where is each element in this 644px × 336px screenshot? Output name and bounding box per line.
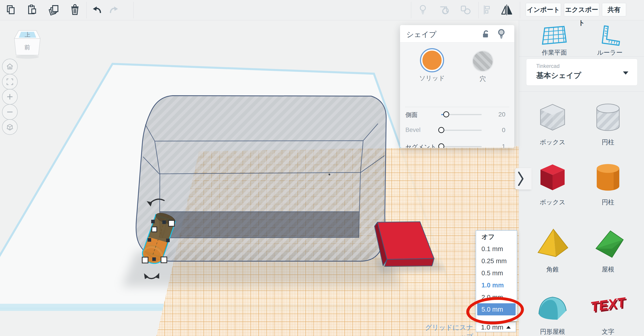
inspector-title: シェイプ bbox=[406, 30, 436, 40]
perspective-toggle-button[interactable] bbox=[2, 119, 18, 135]
chevron-right-icon bbox=[517, 171, 524, 187]
bevel-value: 0 bbox=[502, 126, 505, 134]
midpoint-dot bbox=[328, 174, 330, 176]
ruler-tool[interactable]: ルーラー bbox=[585, 24, 634, 57]
snap-option-off[interactable]: オフ bbox=[476, 231, 517, 243]
export-button[interactable]: エクスポート bbox=[564, 3, 599, 16]
bevel-label: Bevel bbox=[406, 126, 420, 133]
undo-icon bbox=[92, 4, 103, 16]
redo-icon bbox=[108, 4, 120, 16]
snap-option-2-0[interactable]: 2.0 mm bbox=[476, 291, 517, 303]
shape-tile-roof[interactable]: 屋根 bbox=[584, 224, 632, 274]
ortho-cube-icon bbox=[6, 123, 14, 131]
snap-option-0-25[interactable]: 0.25 mm bbox=[476, 255, 517, 267]
sides-slider[interactable] bbox=[441, 114, 482, 115]
sides-slider-row: 側面 20 bbox=[400, 109, 514, 121]
tinkercad-editor: { "toolbar": { "import_label": "インポート", … bbox=[0, 0, 644, 336]
shape-label: 文字 bbox=[584, 327, 632, 336]
group-button[interactable] bbox=[437, 3, 451, 17]
workplane-icon bbox=[541, 24, 568, 48]
solid-label: ソリッド bbox=[418, 74, 446, 82]
redo-button[interactable] bbox=[106, 3, 121, 17]
divider bbox=[405, 107, 510, 107]
snap-grid-dropdown: オフ 0.1 mm 0.25 mm 0.5 mm 1.0 mm 2.0 mm 5… bbox=[476, 230, 517, 321]
duplicate-icon bbox=[48, 4, 60, 16]
align-button[interactable] bbox=[480, 3, 494, 17]
fit-view-button[interactable] bbox=[2, 74, 18, 90]
caret-up-icon bbox=[506, 326, 511, 328]
copy-icon bbox=[5, 4, 16, 16]
shape-tile-cylinder[interactable]: 円柱 bbox=[584, 156, 632, 207]
hole-swatch[interactable] bbox=[472, 50, 494, 72]
lightbulb-icon[interactable] bbox=[496, 28, 506, 39]
shape-tile-box-hole[interactable]: ボックス bbox=[528, 96, 577, 146]
shape-label: 円柱 bbox=[584, 198, 632, 207]
show-all-button[interactable] bbox=[416, 3, 430, 17]
bevel-slider[interactable] bbox=[441, 130, 482, 131]
home-view-button[interactable] bbox=[2, 59, 18, 74]
copy-button[interactable] bbox=[4, 3, 18, 17]
shape-tile-pyramid[interactable]: 角錐 bbox=[528, 224, 577, 274]
shape-label: ボックス bbox=[528, 198, 577, 207]
solid-material-option[interactable]: ソリッド bbox=[418, 49, 446, 82]
inspector-header: シェイプ bbox=[400, 25, 514, 43]
sidebar-collapse-tab[interactable] bbox=[515, 168, 532, 190]
segments-slider-row: セグメント 1 bbox=[400, 141, 514, 148]
shape-tile-box[interactable]: ボックス bbox=[528, 156, 577, 207]
bevel-slider-row: Bevel 0 bbox=[400, 124, 514, 137]
mirror-button[interactable] bbox=[498, 3, 515, 17]
delete-button[interactable] bbox=[68, 3, 82, 17]
hole-material-option[interactable]: 穴 bbox=[468, 49, 497, 83]
home-icon bbox=[6, 63, 14, 70]
shape-label: 円形屋根 bbox=[528, 327, 577, 336]
paste-icon bbox=[26, 4, 38, 16]
snap-option-0-1[interactable]: 0.1 mm bbox=[476, 243, 517, 255]
shape-tile-round-roof[interactable]: 円形屋根 bbox=[528, 286, 577, 336]
fit-view-icon bbox=[6, 78, 14, 86]
snap-option-1-0[interactable]: 1.0 mm bbox=[476, 279, 517, 291]
sides-value: 20 bbox=[498, 111, 505, 118]
solid-swatch[interactable] bbox=[421, 49, 443, 71]
zoom-in-button[interactable] bbox=[2, 89, 18, 105]
zoom-out-button[interactable] bbox=[2, 104, 18, 120]
plus-icon bbox=[6, 93, 14, 101]
shape-tile-cylinder-hole[interactable]: 円柱 bbox=[584, 96, 632, 146]
unlock-icon[interactable] bbox=[481, 29, 491, 39]
shape-label: 円柱 bbox=[584, 138, 632, 146]
view-cube[interactable]: 上 前 bbox=[11, 29, 45, 62]
segments-label: セグメント bbox=[406, 143, 436, 148]
trash-icon bbox=[69, 4, 81, 16]
snap-option-0-5[interactable]: 0.5 mm bbox=[476, 267, 517, 279]
sides-slider-handle[interactable] bbox=[443, 111, 449, 117]
inspector-body: ソリッド 穴 側面 20 Bevel 0 セグメント bbox=[400, 43, 514, 148]
bevel-slider-handle[interactable] bbox=[438, 127, 444, 133]
chevron-down-icon bbox=[623, 71, 628, 75]
ruler-icon bbox=[596, 24, 623, 48]
cavity-slot bbox=[160, 212, 359, 238]
duplicate-button[interactable] bbox=[47, 3, 61, 17]
minus-icon bbox=[6, 108, 14, 116]
undo-button[interactable] bbox=[90, 3, 104, 17]
share-button[interactable]: 共有 bbox=[602, 3, 626, 16]
workplane-tool-label: 作業平面 bbox=[530, 48, 579, 57]
shapes-sidebar: 作業平面 ルーラー Tinkercad 基本シェイプ ボックス bbox=[519, 20, 644, 336]
lightbulb-icon bbox=[417, 3, 428, 16]
workplane-tool[interactable]: 作業平面 bbox=[530, 24, 579, 57]
ungroup-button[interactable] bbox=[458, 3, 473, 17]
hole-sofa-shape[interactable] bbox=[136, 96, 386, 261]
align-icon bbox=[482, 4, 492, 16]
shape-tile-text[interactable]: TEXT TEXT 文字 bbox=[584, 286, 632, 336]
snap-option-5-0-highlighted[interactable]: 5.0 mm bbox=[477, 303, 516, 315]
snap-grid-select[interactable]: 1.0 mm bbox=[476, 322, 516, 332]
shape-label: 角錐 bbox=[528, 265, 577, 274]
segments-slider[interactable] bbox=[441, 146, 482, 147]
collection-name: 基本シェイプ bbox=[536, 71, 581, 81]
import-button[interactable]: インポート bbox=[526, 3, 561, 16]
hole-label: 穴 bbox=[468, 75, 497, 83]
collection-brand: Tinkercad bbox=[536, 63, 560, 69]
segments-value: 1 bbox=[502, 143, 505, 148]
mirror-icon bbox=[500, 4, 514, 16]
paste-button[interactable] bbox=[24, 3, 39, 17]
segments-slider-handle[interactable] bbox=[438, 143, 444, 148]
shape-collection-dropdown[interactable]: Tinkercad 基本シェイプ bbox=[526, 59, 638, 86]
